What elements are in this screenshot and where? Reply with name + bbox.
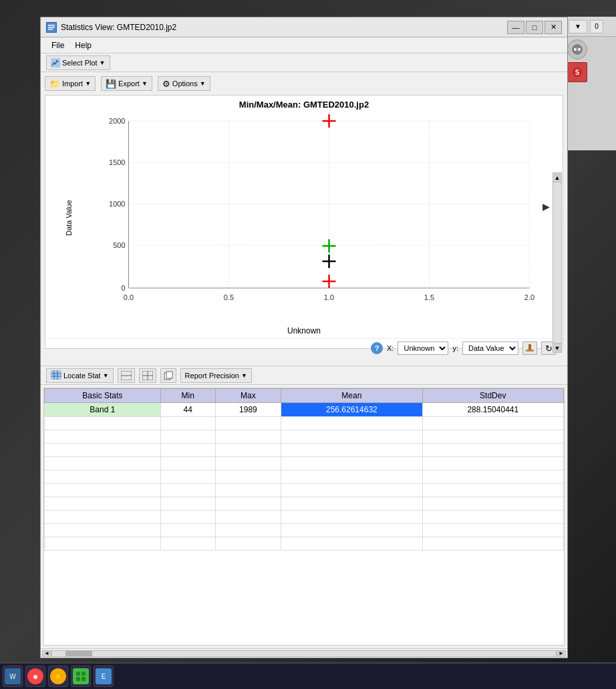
table-header-row: Basic Stats Min Max Mean StdDev [45, 389, 564, 403]
svg-text:1.5: 1.5 [424, 293, 434, 301]
split-grid-icon [142, 371, 153, 380]
scrollbar-thumb[interactable] [65, 651, 92, 656]
copy-icon [164, 371, 173, 380]
svg-text:2000: 2000 [109, 117, 125, 125]
x-axis-select[interactable]: Unknown [398, 341, 448, 355]
report-precision-button[interactable]: Report Precision ▼ [180, 368, 252, 383]
band-min: 44 [160, 403, 215, 417]
scroll-left-arrow[interactable]: ◄ [42, 650, 51, 657]
y-axis-label: Data Value [65, 200, 73, 236]
chart-title: Min/Max/Mean: GMTED2010.jp2 [45, 96, 563, 111]
bottom-panel: Locate Stat ▼ [41, 366, 567, 658]
svg-text:1500: 1500 [109, 158, 125, 166]
brush-icon-button[interactable] [522, 341, 537, 355]
band-mean[interactable]: 256.62614632 [281, 403, 422, 417]
taskbar-item-3[interactable] [48, 666, 68, 687]
export-icon: 💾 [106, 79, 116, 89]
right-circle-btn-1[interactable] [567, 39, 587, 59]
svg-rect-36 [528, 344, 531, 350]
import-button[interactable]: 📁 Import ▼ [45, 76, 96, 91]
window-title: Statistics View: GMTED2010.jp2 [61, 23, 176, 32]
title-controls: — □ ✕ [507, 21, 562, 34]
svg-point-50 [574, 48, 577, 51]
table-row: Band 1 44 1989 256.62614632 288.15040441 [45, 403, 564, 417]
minimize-button[interactable]: — [507, 21, 524, 34]
menu-file[interactable]: File [46, 39, 69, 51]
svg-point-6 [56, 60, 57, 61]
help-button[interactable]: ? [371, 342, 383, 354]
empty-row-1 [45, 417, 564, 430]
y-axis-select-label: y: [452, 344, 458, 352]
close-button[interactable]: ✕ [545, 21, 562, 34]
copy-button[interactable] [160, 368, 176, 383]
grid-view-button[interactable] [118, 368, 135, 383]
empty-row-9 [45, 524, 564, 537]
brush-icon [525, 343, 534, 353]
chart-svg: 2000 1500 1000 500 0 0.0 0.5 1.0 1.5 2.0 [89, 114, 549, 308]
menu-help[interactable]: Help [69, 39, 97, 51]
options-icon: ⚙ [162, 79, 170, 89]
empty-row-4 [45, 457, 564, 470]
taskbar-icon-3 [50, 668, 66, 684]
y-axis-select[interactable]: Data Value [462, 341, 518, 355]
chart-area: Data Value [45, 111, 563, 325]
taskbar-item-1[interactable]: W [3, 666, 23, 687]
taskbar-item-2[interactable]: ● [25, 666, 45, 687]
select-plot-button[interactable]: Select Plot ▼ [46, 55, 110, 70]
scroll-down-arrow[interactable]: ▼ [553, 343, 561, 352]
x-axis-select-label: X: [387, 344, 394, 352]
chart-vertical-scrollbar[interactable]: ▲ ▼ [553, 172, 562, 353]
scroll-up-arrow[interactable]: ▲ [553, 173, 561, 182]
svg-text:0: 0 [121, 284, 125, 292]
empty-row-6 [45, 484, 564, 497]
svg-text:0.0: 0.0 [124, 293, 134, 301]
taskbar-icon-5: E [96, 668, 112, 684]
select-plot-label: Select Plot [62, 59, 98, 67]
table-icon [51, 370, 61, 380]
x-axis-label: Unknown [45, 326, 563, 338]
refresh-icon: ↻ [545, 343, 553, 354]
plot-icon [51, 58, 60, 67]
svg-point-5 [53, 62, 55, 63]
header-mean: Mean [281, 389, 422, 403]
statistics-window: Statistics View: GMTED2010.jp2 — □ ✕ Fil… [40, 17, 568, 658]
export-button[interactable]: 💾 Export ▼ [101, 76, 152, 91]
taskbar-item-4[interactable] [71, 666, 91, 687]
maximize-button[interactable]: □ [526, 21, 543, 34]
axis-controls: ? X: Unknown y: Data Value [45, 338, 563, 358]
svg-rect-55 [76, 672, 80, 676]
scroll-right-arrow[interactable]: ► [557, 650, 566, 657]
svg-rect-2 [48, 27, 55, 28]
empty-row-8 [45, 511, 564, 524]
svg-text:2.0: 2.0 [524, 293, 534, 301]
bottom-scrollbar: ◄ ► [41, 648, 567, 658]
band-stddev: 288.15040441 [422, 403, 563, 417]
menu-bar: File Help [41, 37, 567, 53]
right-panel-control[interactable]: ▼ [569, 20, 587, 33]
taskbar-icon-4 [73, 668, 89, 684]
taskbar-item-5[interactable]: E [94, 666, 114, 687]
svg-marker-54 [53, 672, 63, 680]
export-arrow: ▼ [142, 80, 148, 87]
scrollbar-track[interactable] [51, 650, 557, 657]
right-icon-1 [572, 44, 583, 55]
svg-rect-48 [166, 372, 172, 378]
split-view-button[interactable] [139, 368, 156, 383]
chart-toolbar: 📁 Import ▼ 💾 Export ▼ ⚙ Options ▼ [45, 76, 563, 91]
svg-rect-58 [82, 677, 86, 681]
svg-rect-1 [48, 25, 55, 26]
chart-panel: 📁 Import ▼ 💾 Export ▼ ⚙ Options ▼ Min/Ma… [41, 72, 567, 366]
star-icon [53, 671, 63, 682]
svg-rect-37 [51, 370, 61, 380]
main-toolbar: Select Plot ▼ [41, 53, 567, 72]
import-icon: 📁 [49, 79, 60, 89]
header-min: Min [160, 389, 215, 403]
chart-scroll-right[interactable]: ▶ [543, 201, 550, 212]
locate-stat-button[interactable]: Locate Stat ▼ [46, 368, 114, 383]
svg-point-51 [578, 48, 581, 51]
options-button[interactable]: ⚙ Options ▼ [158, 76, 210, 91]
right-panel-buttons: S [565, 37, 616, 85]
svg-text:1000: 1000 [109, 200, 125, 208]
taskbar-icon-1: W [5, 668, 21, 684]
right-circle-btn-2[interactable]: S [567, 62, 587, 82]
